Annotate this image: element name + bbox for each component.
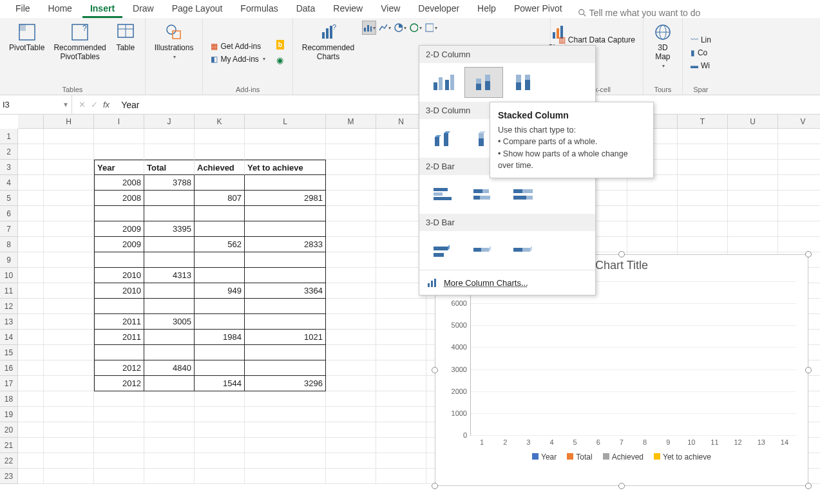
cell[interactable] bbox=[326, 283, 376, 299]
clustered-bar-option[interactable] bbox=[424, 179, 463, 210]
cell[interactable] bbox=[678, 221, 728, 237]
3d-stacked-bar-option[interactable] bbox=[464, 235, 503, 266]
cell[interactable] bbox=[44, 206, 94, 221]
resize-handle[interactable] bbox=[618, 251, 625, 257]
cell[interactable]: 4840 bbox=[144, 360, 195, 376]
cell[interactable] bbox=[18, 206, 44, 221]
row-header[interactable]: 22 bbox=[0, 453, 18, 469]
column-chart-dropdown[interactable] bbox=[362, 21, 376, 35]
cell[interactable] bbox=[195, 453, 245, 469]
cell[interactable] bbox=[44, 469, 94, 484]
cell[interactable] bbox=[778, 221, 820, 237]
cell[interactable] bbox=[326, 345, 376, 360]
cell[interactable]: 2009 bbox=[94, 237, 144, 252]
cell[interactable] bbox=[245, 252, 326, 268]
cell[interactable] bbox=[245, 345, 326, 360]
recommended-pivot-button[interactable]: ? Recommended PivotTables bbox=[50, 21, 110, 63]
cell[interactable] bbox=[144, 206, 195, 221]
cell[interactable] bbox=[44, 237, 94, 252]
cell[interactable] bbox=[144, 252, 195, 268]
cell[interactable] bbox=[728, 144, 778, 160]
cell[interactable] bbox=[245, 407, 326, 422]
more-column-charts-button[interactable]: More Column Charts... bbox=[419, 270, 595, 295]
cell[interactable] bbox=[778, 175, 820, 191]
cell[interactable] bbox=[44, 391, 94, 407]
cell[interactable] bbox=[326, 268, 376, 283]
cell[interactable]: 2009 bbox=[94, 221, 144, 237]
sparkline-winloss-button[interactable]: ▬Wi bbox=[688, 60, 714, 71]
cell[interactable] bbox=[678, 160, 728, 175]
row-header[interactable]: 12 bbox=[0, 299, 18, 314]
cell[interactable] bbox=[18, 252, 44, 268]
cell[interactable] bbox=[326, 221, 376, 237]
cell[interactable] bbox=[18, 160, 44, 175]
cell[interactable] bbox=[728, 175, 778, 191]
row-header[interactable]: 6 bbox=[0, 206, 18, 221]
cell[interactable] bbox=[195, 422, 245, 438]
cell[interactable] bbox=[18, 237, 44, 252]
cell[interactable] bbox=[18, 268, 44, 283]
cell[interactable] bbox=[326, 237, 376, 252]
cell[interactable] bbox=[627, 221, 678, 237]
cell[interactable] bbox=[94, 206, 144, 221]
cell[interactable] bbox=[18, 175, 44, 191]
cell[interactable] bbox=[778, 160, 820, 175]
cell[interactable] bbox=[44, 438, 94, 453]
cell[interactable] bbox=[94, 299, 144, 314]
cell[interactable]: 2012 bbox=[94, 360, 144, 376]
tab-insert[interactable]: Insert bbox=[82, 1, 122, 18]
cell[interactable]: 2012 bbox=[94, 376, 144, 391]
cell[interactable] bbox=[245, 175, 326, 191]
cell[interactable]: 2011 bbox=[94, 330, 144, 345]
illustrations-button[interactable]: Illustrations bbox=[151, 21, 198, 61]
cell[interactable] bbox=[678, 206, 728, 221]
cell[interactable] bbox=[18, 360, 44, 376]
cell[interactable] bbox=[326, 422, 376, 438]
cell[interactable] bbox=[326, 299, 376, 314]
cell[interactable] bbox=[18, 283, 44, 299]
cell[interactable] bbox=[44, 283, 94, 299]
col-header[interactable]: L bbox=[245, 115, 326, 128]
cell[interactable] bbox=[326, 191, 376, 206]
row-header[interactable]: 5 bbox=[0, 191, 18, 206]
cell[interactable]: 3005 bbox=[144, 314, 195, 330]
cell[interactable] bbox=[195, 391, 245, 407]
cell[interactable] bbox=[678, 175, 728, 191]
enter-formula-icon[interactable]: ✓ bbox=[91, 100, 98, 109]
tab-home[interactable]: Home bbox=[41, 1, 80, 18]
cell[interactable] bbox=[18, 314, 44, 330]
cell[interactable] bbox=[94, 345, 144, 360]
cell[interactable] bbox=[326, 175, 376, 191]
cell[interactable] bbox=[144, 191, 195, 206]
tab-view[interactable]: View bbox=[373, 1, 408, 18]
cell[interactable] bbox=[245, 144, 326, 160]
cell[interactable] bbox=[195, 206, 245, 221]
bing-maps-addin[interactable]: b bbox=[273, 38, 287, 52]
cell[interactable] bbox=[245, 314, 326, 330]
cell[interactable]: Yet to achieve bbox=[245, 160, 326, 175]
100-stacked-column-option[interactable] bbox=[504, 67, 543, 98]
cell[interactable] bbox=[376, 407, 426, 422]
col-header[interactable] bbox=[18, 115, 44, 128]
cell[interactable] bbox=[144, 129, 195, 144]
cell[interactable] bbox=[94, 422, 144, 438]
tab-data[interactable]: Data bbox=[289, 1, 323, 18]
cell[interactable] bbox=[18, 453, 44, 469]
cell[interactable] bbox=[44, 360, 94, 376]
cell[interactable] bbox=[44, 221, 94, 237]
cell[interactable]: 562 bbox=[195, 237, 245, 252]
cell[interactable] bbox=[376, 438, 426, 453]
recommended-charts-button[interactable]: ? Recommended Charts bbox=[298, 21, 358, 63]
cell[interactable] bbox=[245, 268, 326, 283]
table-button[interactable]: Table bbox=[111, 21, 140, 54]
cell[interactable]: 949 bbox=[195, 283, 245, 299]
cell[interactable] bbox=[144, 407, 195, 422]
cell[interactable] bbox=[678, 129, 728, 144]
row-header[interactable]: 9 bbox=[0, 252, 18, 268]
cell[interactable] bbox=[728, 129, 778, 144]
resize-handle[interactable] bbox=[805, 367, 812, 373]
cell[interactable] bbox=[94, 438, 144, 453]
tab-page-layout[interactable]: Page Layout bbox=[164, 1, 231, 18]
cell[interactable] bbox=[778, 237, 820, 252]
cell[interactable] bbox=[678, 144, 728, 160]
